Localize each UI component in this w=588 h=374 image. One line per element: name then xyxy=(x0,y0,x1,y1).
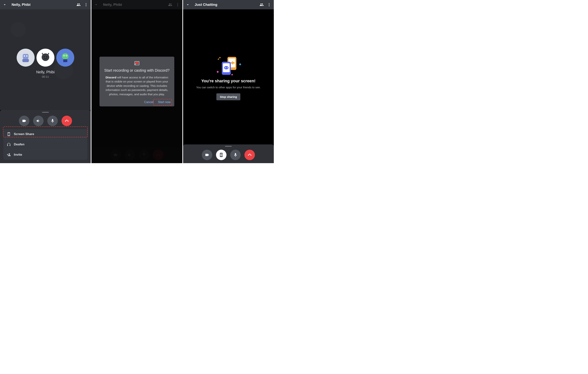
header: Nelly, Phibi xyxy=(0,0,91,9)
svg-point-24 xyxy=(269,6,270,6)
stop-sharing-button[interactable]: Stop sharing xyxy=(216,93,240,100)
panel-permission-dialog: Nelly, Phibi Start recording or casting … xyxy=(91,0,182,163)
header-title: Nelly, Phibi xyxy=(103,3,165,7)
mic-button[interactable] xyxy=(47,116,58,126)
more-icon[interactable] xyxy=(267,3,271,7)
invite-icon xyxy=(7,153,11,157)
bottom-sheet: Screen Share Deafen Invite xyxy=(0,110,91,163)
hangup-button[interactable] xyxy=(244,150,255,160)
sheet-grabber[interactable] xyxy=(42,112,49,113)
sheet-options: Screen Share Deafen Invite xyxy=(3,129,87,160)
start-now-button[interactable]: Start now xyxy=(158,100,171,104)
sharing-subtitle: You can switch to other apps for your fr… xyxy=(196,85,261,89)
svg-point-29 xyxy=(224,66,229,69)
svg-rect-3 xyxy=(23,54,28,59)
svg-point-17 xyxy=(177,4,178,5)
video-button[interactable] xyxy=(19,116,29,126)
more-icon[interactable] xyxy=(84,3,88,7)
svg-point-31 xyxy=(227,67,228,68)
svg-point-30 xyxy=(225,67,226,68)
avatar xyxy=(56,49,74,67)
invite-option[interactable]: Invite xyxy=(3,150,87,160)
screenshare-active-button[interactable] xyxy=(216,150,227,160)
svg-point-21 xyxy=(135,64,136,65)
sheet-grabber[interactable] xyxy=(225,146,232,147)
svg-point-18 xyxy=(177,6,178,6)
dialog-title: Start recording or casting with Discord? xyxy=(103,68,171,73)
cast-icon xyxy=(103,61,171,66)
header-title: Nelly, Phibi xyxy=(11,3,73,7)
screen-share-label: Screen Share xyxy=(14,132,34,136)
screen-share-option[interactable]: Screen Share xyxy=(3,129,87,139)
call-controls xyxy=(183,149,274,163)
collapse-icon[interactable] xyxy=(3,3,7,7)
sharing-content: You're sharing your screen! You can swit… xyxy=(183,9,274,144)
video-button[interactable] xyxy=(202,150,212,160)
svg-point-5 xyxy=(24,55,25,57)
dialog-actions: Cancel Start now xyxy=(103,100,171,104)
header: Just Chatting xyxy=(183,0,274,9)
avatar-row xyxy=(17,49,74,67)
speaker-button[interactable] xyxy=(33,116,43,126)
call-controls xyxy=(0,115,91,129)
svg-point-14 xyxy=(66,55,67,56)
call-participants-label: Nelly, Phibi xyxy=(36,70,55,74)
hangup-button[interactable] xyxy=(62,116,72,126)
svg-point-13 xyxy=(63,55,64,56)
header: Nelly, Phibi xyxy=(92,0,182,9)
members-icon[interactable] xyxy=(260,3,264,7)
dialog-body-bold: Discord xyxy=(105,76,116,79)
mic-button[interactable] xyxy=(230,150,241,160)
invite-label: Invite xyxy=(14,153,22,157)
svg-point-6 xyxy=(26,55,28,57)
svg-point-0 xyxy=(86,3,86,4)
cancel-button[interactable]: Cancel xyxy=(144,100,154,104)
cast-permission-dialog: Start recording or casting with Discord?… xyxy=(99,57,174,107)
svg-point-10 xyxy=(62,53,68,60)
svg-rect-4 xyxy=(22,59,29,62)
sharing-title: You're sharing your screen! xyxy=(201,79,255,84)
svg-point-9 xyxy=(46,56,47,57)
svg-point-23 xyxy=(269,4,270,5)
svg-point-2 xyxy=(86,6,86,6)
panel-sharing: Just Chatting You're sharing your screen… xyxy=(182,0,274,163)
deafen-label: Deafen xyxy=(14,143,24,146)
call-area: Nelly, Phibi 00:11 xyxy=(0,9,91,110)
avatar xyxy=(36,49,54,67)
svg-point-16 xyxy=(177,3,178,4)
svg-point-1 xyxy=(86,4,86,5)
screen-share-icon xyxy=(7,132,11,136)
dialog-body: Discord will have access to all of the i… xyxy=(103,75,171,96)
collapse-icon[interactable] xyxy=(186,3,190,7)
headphones-icon xyxy=(7,142,11,147)
members-icon xyxy=(168,3,172,7)
call-timer: 00:11 xyxy=(42,75,49,78)
deafen-option[interactable]: Deafen xyxy=(3,139,87,150)
bottom-sheet xyxy=(183,144,274,163)
avatar xyxy=(17,49,35,67)
members-icon[interactable] xyxy=(76,3,81,7)
svg-rect-15 xyxy=(63,59,67,62)
header-title: Just Chatting xyxy=(195,3,256,7)
svg-point-22 xyxy=(269,3,270,4)
svg-point-8 xyxy=(43,56,45,57)
panel-call: Nelly, Phibi Nelly, Phibi 00:11 xyxy=(0,0,91,163)
sharing-illustration xyxy=(214,53,242,74)
collapse-icon xyxy=(94,3,98,7)
more-icon xyxy=(176,3,180,7)
